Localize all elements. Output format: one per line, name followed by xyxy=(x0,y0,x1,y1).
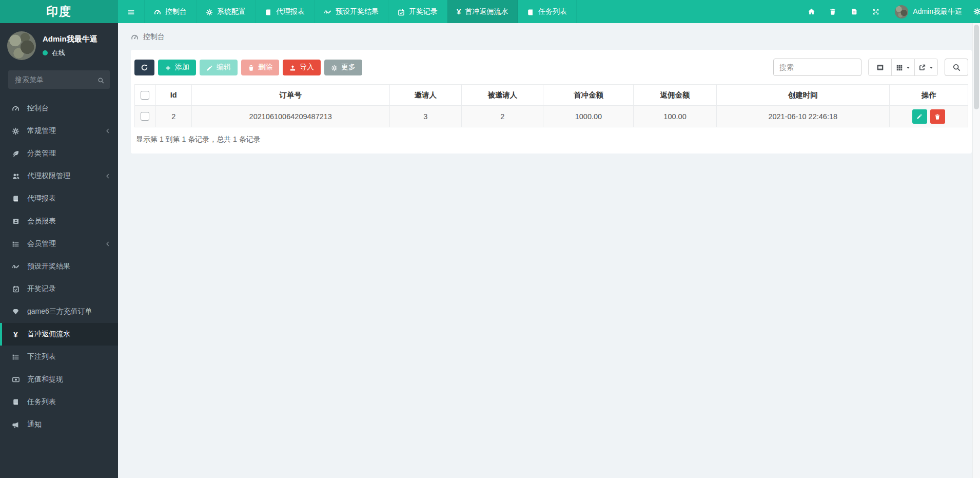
tab-system-config[interactable]: 系统配置 xyxy=(197,0,256,23)
column-header-inviter[interactable]: 邀请人 xyxy=(389,85,461,106)
table-row[interactable]: 2 20210610064209487213 3 2 1000.00 100.0… xyxy=(135,106,968,127)
sidebar-item-dashboard[interactable]: 控制台 xyxy=(0,97,118,120)
pen-icon xyxy=(11,263,21,271)
avatar[interactable] xyxy=(7,31,36,60)
gear-icon xyxy=(331,63,338,71)
caret-down-icon xyxy=(929,64,934,71)
sidebar: Admin我最牛逼 在线 控制台 常规管理 分类管理 代理权限管理 代理报表 会… xyxy=(0,23,118,478)
gear-icon xyxy=(206,7,213,15)
caret-down-icon xyxy=(906,64,911,71)
tab-first-charge-rebate[interactable]: ¥首冲返佣流水 xyxy=(447,0,518,23)
sidebar-item-game6-recharge-orders[interactable]: game6三方充值订单 xyxy=(0,300,118,323)
sidebar-item-recharge-withdraw[interactable]: 充值和提现 xyxy=(0,368,118,391)
columns-dropdown-button[interactable] xyxy=(891,59,915,76)
select-all-checkbox[interactable] xyxy=(141,91,149,100)
bullhorn-icon xyxy=(11,421,21,429)
pencil-icon xyxy=(206,63,213,71)
column-header-created-at[interactable]: 创建时间 xyxy=(716,85,889,106)
pencil-icon xyxy=(916,112,923,120)
table-header-row: Id 订单号 邀请人 被邀请人 首冲金额 返佣金额 创建时间 操作 xyxy=(135,85,968,106)
sidebar-user-panel: Admin我最牛逼 在线 xyxy=(0,23,118,66)
add-button[interactable]: 添加 xyxy=(158,60,196,75)
cell-invitee: 2 xyxy=(461,106,543,127)
tab-agent-report[interactable]: 代理报表 xyxy=(256,0,315,23)
edit-button[interactable]: 编辑 xyxy=(200,60,238,75)
expand-icon[interactable] xyxy=(865,8,887,15)
column-header-first-charge[interactable]: 首冲金额 xyxy=(543,85,634,106)
gear-icon xyxy=(11,127,21,135)
delete-button[interactable]: 删除 xyxy=(241,60,279,75)
sidebar-item-notification[interactable]: 通知 xyxy=(0,413,118,436)
column-header-order-no[interactable]: 订单号 xyxy=(191,85,389,106)
view-button-group xyxy=(868,59,938,76)
upload-icon xyxy=(289,63,296,71)
column-header-invitee[interactable]: 被邀请人 xyxy=(461,85,543,106)
money-icon xyxy=(11,376,21,384)
sidebar-item-preset-lottery-result[interactable]: 预设开奖结果 xyxy=(0,255,118,278)
pen-icon xyxy=(324,7,331,16)
avatar[interactable] xyxy=(895,5,908,18)
sidebar-item-member-management[interactable]: 会员管理 xyxy=(0,233,118,255)
trash-icon xyxy=(934,112,940,120)
import-button[interactable]: 导入 xyxy=(283,60,321,75)
sidebar-item-lottery-record[interactable]: 开奖记录 xyxy=(0,278,118,300)
row-delete-button[interactable] xyxy=(930,109,945,124)
users-icon xyxy=(11,173,21,180)
sidebar-item-general-management[interactable]: 常规管理 xyxy=(0,120,118,142)
tab-task-list[interactable]: 任务列表 xyxy=(518,0,577,23)
sidebar-item-task-list[interactable]: 任务列表 xyxy=(0,391,118,413)
cell-rebate: 100.00 xyxy=(634,106,716,127)
export-icon xyxy=(918,63,926,71)
pagination-summary: 显示第 1 到第 1 条记录，总共 1 条记录 xyxy=(136,135,967,144)
refresh-button[interactable] xyxy=(134,60,154,75)
header-actions: Admin我最牛逼 xyxy=(800,0,980,23)
grid-icon xyxy=(896,63,903,71)
detail-view-button[interactable] xyxy=(868,59,892,76)
export-dropdown-button[interactable] xyxy=(914,59,938,76)
cell-id: 2 xyxy=(155,106,191,127)
row-checkbox[interactable] xyxy=(141,112,149,121)
advanced-search-button[interactable] xyxy=(945,59,968,76)
list-icon xyxy=(11,353,21,361)
breadcrumb: 控制台 xyxy=(118,23,980,49)
column-header-rebate[interactable]: 返佣金额 xyxy=(634,85,716,106)
sidebar-item-first-charge-rebate[interactable]: ¥首冲返佣流水 xyxy=(0,323,118,346)
toolbar: 添加 编辑 删除 导入 更多 xyxy=(134,59,968,76)
yen-icon: ¥ xyxy=(11,331,21,338)
book-icon xyxy=(11,398,21,406)
sidebar-toggle-button[interactable] xyxy=(118,0,145,23)
tab-preset-lottery-result[interactable]: 预设开奖结果 xyxy=(315,0,388,23)
sidebar-item-category-management[interactable]: 分类管理 xyxy=(0,142,118,165)
hamburger-icon xyxy=(127,7,135,16)
header-username[interactable]: Admin我最牛逼 xyxy=(913,7,962,16)
id-card-icon xyxy=(11,218,21,225)
scrollbar-track[interactable] xyxy=(972,23,980,478)
data-table: Id 订单号 邀请人 被邀请人 首冲金额 返佣金额 创建时间 操作 2 2021… xyxy=(134,84,968,127)
sidebar-menu: 控制台 常规管理 分类管理 代理权限管理 代理报表 会员报表 会员管理 预设开奖… xyxy=(0,97,118,436)
more-button[interactable]: 更多 xyxy=(324,60,362,75)
column-header-id[interactable]: Id xyxy=(155,85,191,106)
search-icon xyxy=(97,75,104,85)
tab-dashboard[interactable]: 控制台 xyxy=(145,0,197,23)
chevron-left-icon xyxy=(105,173,111,179)
gear-icon[interactable] xyxy=(969,8,980,15)
cell-order-no: 20210610064209487213 xyxy=(191,106,389,127)
menu-search xyxy=(8,70,110,89)
leaf-icon xyxy=(11,150,21,158)
home-icon[interactable] xyxy=(800,8,822,15)
cell-created-at: 2021-06-10 22:46:18 xyxy=(716,106,889,127)
row-select-cell xyxy=(135,106,156,127)
row-edit-button[interactable] xyxy=(912,109,927,124)
scrollbar-thumb[interactable] xyxy=(974,25,979,109)
table-search-input[interactable] xyxy=(773,59,861,76)
sidebar-item-bet-list[interactable]: 下注列表 xyxy=(0,346,118,368)
tab-lottery-record[interactable]: 开奖记录 xyxy=(388,0,447,23)
sidebar-item-agent-report[interactable]: 代理报表 xyxy=(0,187,118,210)
doc-icon[interactable] xyxy=(844,8,865,15)
trash-icon[interactable] xyxy=(822,8,844,15)
gem-icon xyxy=(11,308,21,315)
sidebar-item-agent-permission[interactable]: 代理权限管理 xyxy=(0,165,118,187)
calendar-icon xyxy=(11,285,21,293)
menu-search-input[interactable] xyxy=(8,70,110,89)
sidebar-item-member-report[interactable]: 会员报表 xyxy=(0,210,118,233)
